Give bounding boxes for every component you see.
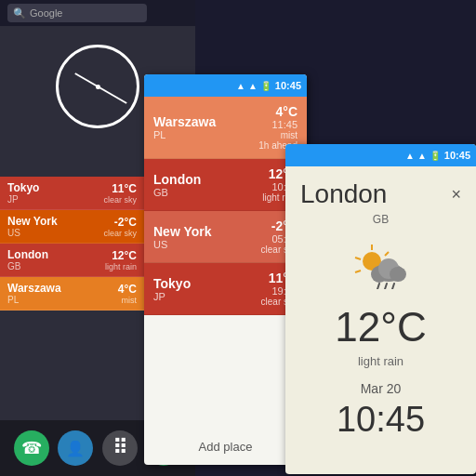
country-code: GB [7,261,48,271]
battery-icon: 🔋 [260,81,271,91]
detail-city-name: London [300,179,387,209]
apps-button[interactable]: ⠿ [102,430,138,466]
detail-weather-icon [285,235,476,300]
condition: mist [118,296,137,305]
city-name: Warszawa [7,282,61,295]
status-time: 10:45 [275,80,301,91]
country-code: PL [7,295,61,305]
clock-widget [56,45,139,128]
wifi-icon: ▲ [417,151,427,161]
search-label: Google [30,7,62,19]
signal-icon: ▲ [405,151,415,161]
city-name: Tokyo [7,181,39,194]
weather-list-panel: ▲ ▲ 🔋 10:45 Warszawa PL 4°C 11:45 mist 1… [144,74,307,465]
clock-center-dot [96,85,100,89]
contacts-button[interactable]: 👤 [58,430,93,466]
status-icons: ▲ ▲ 🔋 [405,151,441,161]
city-name: Tokyo [153,276,191,291]
svg-line-11 [392,284,394,289]
detail-temperature: 12°C [285,300,476,354]
search-bar[interactable]: 🔍 Google [7,4,147,22]
city-name: London [153,172,201,187]
condition: light rain [105,262,137,271]
list-item[interactable]: Warszawa PL 4°C mist [0,277,144,311]
country-code: PL [153,129,216,140]
weather-row-newyork[interactable]: New York US -2°C 05:45 clear sky [144,211,307,263]
svg-line-3 [355,271,361,272]
svg-line-9 [377,284,379,289]
country-code: US [7,228,58,238]
country-code: GB [153,187,201,198]
weather-row-warszawa[interactable]: Warszawa PL 4°C 11:45 mist 1h ahead [144,97,307,159]
weather-row-tokyo[interactable]: Tokyo JP 11°C 19:45 clear sky [144,263,307,315]
detail-header: London × [285,166,476,213]
temperature: 4°C [258,104,298,119]
close-button[interactable]: × [451,185,461,205]
london-detail-panel: ▲ ▲ 🔋 10:45 London × GB [285,144,476,474]
temperature: -2°C [103,216,137,229]
country-code: JP [153,291,191,302]
signal-icon: ▲ [236,81,245,91]
svg-line-1 [355,258,361,259]
list-item[interactable]: New York US -2°C clear sky [0,210,144,244]
city-name: London [7,248,48,261]
city-name: New York [7,215,58,228]
svg-line-2 [385,252,389,256]
svg-point-8 [390,267,406,282]
condition: clear sky [103,195,137,205]
mid-statusbar: ▲ ▲ 🔋 10:45 [144,74,307,97]
right-statusbar: ▲ ▲ 🔋 10:45 [285,144,476,166]
bg-statusbar: 🔍 Google [0,0,195,26]
detail-country-code: GB [285,213,476,235]
small-weather-widget: Tokyo JP 11°C clear sky New York US -2°C… [0,177,144,311]
detail-date: Mar 20 [285,381,476,400]
phone-button[interactable]: ☎ [14,430,49,466]
wifi-icon: ▲ [248,81,258,91]
city-name: New York [153,224,212,239]
list-item[interactable]: London GB 12°C light rain [0,244,144,277]
detail-condition: light rain [285,354,476,381]
search-icon: 🔍 [13,7,26,20]
clock-minute-hand [98,86,127,104]
temperature: 12°C [105,249,137,262]
local-time: 11:45 [258,119,298,130]
country-code: JP [7,194,39,205]
temperature: 11°C [103,182,137,195]
status-icons: ▲ ▲ 🔋 [236,81,271,91]
country-code: US [153,239,212,250]
weather-row-london[interactable]: London GB 12°C 10:45 light rain [144,159,307,211]
city-name: Warszawa [153,114,216,129]
svg-line-10 [385,284,387,289]
clock-hour-hand [74,73,98,87]
list-item[interactable]: Tokyo JP 11°C clear sky [0,177,144,210]
detail-time: 10:45 [285,400,476,440]
battery-icon: 🔋 [430,151,441,161]
condition: clear sky [103,229,137,238]
temperature: 4°C [118,283,137,296]
status-time: 10:45 [444,150,470,161]
condition: mist [258,130,298,140]
weather-icon-svg [353,243,409,289]
add-place-button[interactable]: Add place [144,429,307,465]
